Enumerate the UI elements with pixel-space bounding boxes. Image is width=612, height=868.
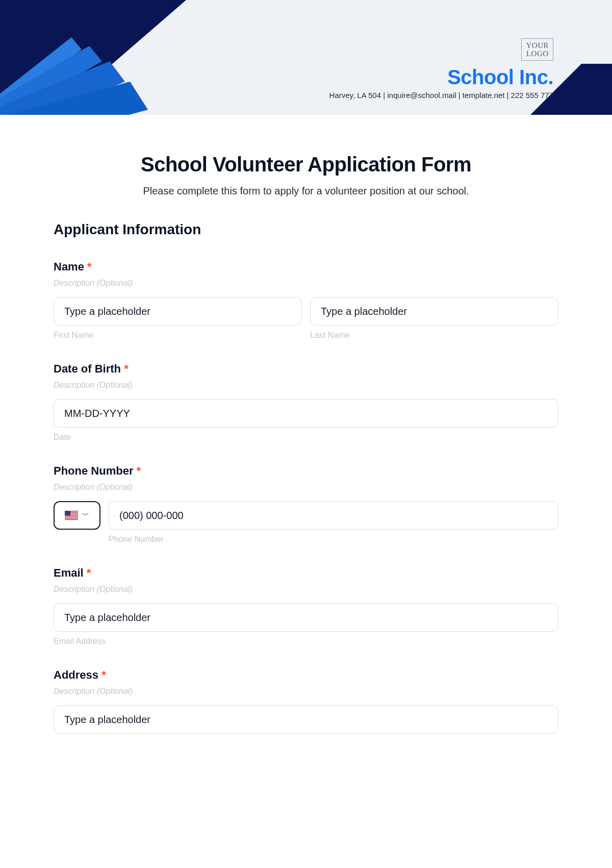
- first-name-sublabel: First Name: [54, 331, 302, 340]
- desc-name: Description (Optional): [54, 279, 558, 288]
- required-asterisk: *: [87, 566, 91, 579]
- email-sublabel: Email Address: [54, 637, 558, 646]
- label-email: Email *: [54, 566, 558, 580]
- school-name: School Inc.: [329, 66, 553, 89]
- desc-dob: Description (Optional): [54, 381, 558, 390]
- dob-input[interactable]: [54, 399, 558, 428]
- label-phone-text: Phone Number: [54, 464, 133, 477]
- desc-email: Description (Optional): [54, 585, 558, 594]
- country-code-select[interactable]: ﹀: [54, 501, 100, 530]
- last-name-sublabel: Last Name: [310, 331, 558, 340]
- label-dob: Date of Birth *: [54, 362, 558, 376]
- header-right-block: YOUR LOGO School Inc. Harvey, LA 504 | i…: [329, 38, 553, 100]
- form-content: School Volunteer Application Form Please…: [0, 115, 612, 734]
- required-asterisk: *: [87, 260, 92, 273]
- email-input[interactable]: [54, 603, 558, 632]
- svg-rect-9: [65, 517, 78, 517]
- burst-graphic: [0, 33, 153, 115]
- required-asterisk: *: [124, 362, 129, 375]
- us-flag-icon: [65, 511, 78, 520]
- label-address-text: Address: [54, 668, 98, 681]
- address-input[interactable]: [54, 705, 558, 734]
- required-asterisk: *: [137, 464, 141, 477]
- label-name-text: Name: [54, 260, 84, 273]
- desc-address: Description (Optional): [54, 687, 558, 696]
- field-phone: Phone Number * Description (Optional) ﹀ …: [54, 464, 558, 544]
- form-subtitle: Please complete this form to apply for a…: [54, 185, 558, 197]
- label-name: Name *: [54, 260, 558, 274]
- chevron-down-icon: ﹀: [82, 511, 89, 520]
- label-email-text: Email: [54, 566, 84, 579]
- required-asterisk: *: [101, 668, 106, 681]
- section-applicant-info: Applicant Information: [54, 221, 558, 238]
- field-dob: Date of Birth * Description (Optional) D…: [54, 362, 558, 442]
- document-header: YOUR LOGO School Inc. Harvey, LA 504 | i…: [0, 0, 612, 115]
- last-name-input[interactable]: [310, 297, 558, 326]
- field-address: Address * Description (Optional): [54, 668, 558, 734]
- logo-placeholder: YOUR LOGO: [521, 38, 553, 61]
- logo-line1: YOUR: [526, 42, 549, 50]
- desc-phone: Description (Optional): [54, 483, 558, 492]
- label-dob-text: Date of Birth: [54, 362, 121, 375]
- dob-sublabel: Date: [54, 433, 558, 442]
- first-name-input[interactable]: [54, 297, 302, 326]
- phone-sublabel: Phone Number: [109, 535, 558, 544]
- svg-rect-10: [65, 518, 78, 519]
- contact-line: Harvey, LA 504 | inquire@school.mail | t…: [329, 91, 553, 100]
- field-name: Name * Description (Optional) First Name…: [54, 260, 558, 340]
- form-title: School Volunteer Application Form: [54, 153, 558, 176]
- label-phone: Phone Number *: [54, 464, 558, 478]
- phone-input[interactable]: [109, 501, 558, 530]
- svg-rect-8: [65, 516, 78, 516]
- svg-rect-11: [65, 511, 70, 516]
- field-email: Email * Description (Optional) Email Add…: [54, 566, 558, 646]
- label-address: Address *: [54, 668, 558, 682]
- logo-line2: LOGO: [526, 50, 549, 58]
